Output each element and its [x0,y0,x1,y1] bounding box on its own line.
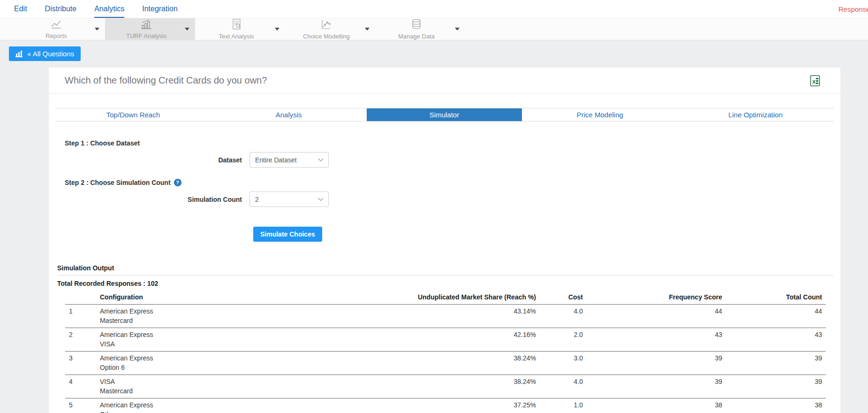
step2-text: Step 2 : Choose Simulation Count [65,179,171,186]
row-configuration: American Express Mastercard [100,307,325,325]
chevron-down-icon [318,158,324,162]
simulation-count-value: 2 [255,196,259,203]
simulator-content: Step 1 : Choose Dataset Dataset Entire D… [49,139,840,242]
all-questions-label: « All Questions [27,50,74,58]
row-index: 5 [65,401,100,410]
dataset-select-value: Entire Dataset [255,156,297,164]
header-cost: Cost [536,293,583,301]
analysis-tabs: Top/Down Reach Analysis Simulator Price … [55,108,833,122]
chevron-down-icon[interactable] [455,28,460,31]
toolbar-item-manage-data[interactable]: Manage Data [375,18,465,40]
row-frequency: 39 [583,354,722,363]
tab-top-down-reach[interactable]: Top/Down Reach [55,108,211,121]
chevron-down-icon[interactable] [95,28,99,31]
table-row: 3 American Express Option 6 38.24% 3.0 3… [65,352,826,375]
chevron-down-icon[interactable] [275,28,279,31]
config-line: Mastercard [100,387,325,396]
toolbar-label: Choice Modelling [303,33,350,40]
config-line: American Express [100,307,325,316]
simulation-count-row: Simulation Count 2 [65,191,840,207]
nav-item-analytics[interactable]: Analytics [94,0,124,18]
row-frequency: 44 [583,307,722,316]
row-index: 2 [65,330,100,340]
row-total: 44 [722,307,822,316]
toolbar-item-text-analysis[interactable]: Text Analysis [195,18,285,40]
simulation-output-section: Simulation Output Total Recorded Respons… [49,264,840,413]
step2-label: Step 2 : Choose Simulation Count ? [65,179,840,186]
analytics-toolbar: Reports TURF Analysis [0,18,868,40]
tab-analysis[interactable]: Analysis [211,108,367,121]
header-total-count: Total Count [722,293,822,301]
total-responses-label: Total Recorded Responses : 102 [57,280,833,287]
dataset-select[interactable]: Entire Dataset [249,152,329,168]
toolbar-item-turf-analysis[interactable]: TURF Analysis [105,18,195,40]
tab-simulator[interactable]: Simulator [367,108,522,121]
row-total: 43 [722,330,822,340]
tab-line-optimization[interactable]: Line Optimization [678,108,833,121]
manage-data-button: Manage Data [381,18,452,40]
top-navigation: Edit Distribute Analytics Integration Re… [0,0,868,18]
excel-export-icon[interactable]: x [809,75,821,87]
config-line: American Express [100,354,325,363]
choice-modelling-button: Choice Modelling [291,18,362,40]
row-configuration: American Express Option 6 [100,354,325,372]
step1-text: Step 1 : Choose Dataset [65,139,140,147]
row-configuration: VISA Mastercard [100,377,325,396]
step1-label: Step 1 : Choose Dataset [65,139,840,147]
question-header: Which of the following Credit Cards do y… [49,68,840,94]
toolbar-item-choice-modelling[interactable]: Choice Modelling [285,18,375,40]
toolbar-label: Text Analysis [219,33,254,40]
row-frequency: 38 [583,401,722,410]
nav-item-edit[interactable]: Edit [14,0,27,18]
all-questions-button[interactable]: « All Questions [9,46,81,61]
row-cost: 1.0 [536,401,583,410]
row-cost: 2.0 [536,330,583,340]
top-nav-links: Edit Distribute Analytics Integration [14,0,178,18]
row-total: 39 [722,354,822,363]
row-index: 3 [65,354,100,363]
text-analysis-button: Text Analysis [201,18,272,40]
reports-button: Reports [21,19,92,39]
row-frequency: 39 [583,377,722,387]
bar-chart-icon [15,51,23,57]
row-configuration: American Express VISA [100,330,325,349]
dataset-label: Dataset [65,156,242,164]
nav-item-distribute[interactable]: Distribute [45,0,77,18]
tab-price-modeling[interactable]: Price Modeling [522,108,678,121]
simulation-output-table: Configuration Unduplicated Market Share … [65,289,826,413]
row-total: 39 [722,377,822,387]
question-panel: Which of the following Credit Cards do y… [49,68,840,413]
table-header-row: Configuration Unduplicated Market Share … [65,289,826,305]
table-row: 1 American Express Mastercard 43.14% 4.0… [65,305,826,328]
chevron-down-icon[interactable] [365,28,370,31]
nav-item-responses[interactable]: Responses [838,5,868,13]
scatter-chart-icon [320,18,332,32]
row-reach: 43.14% [325,307,536,316]
simulate-choices-button[interactable]: Simulate Choices [253,227,322,242]
table-row: 2 American Express VISA 42.16% 2.0 43 43 [65,328,826,352]
header-frequency-score: Frequency Score [583,293,722,301]
dataset-row: Dataset Entire Dataset [65,152,840,168]
simulation-count-select[interactable]: 2 [249,191,329,207]
toolbar-label: Reports [45,32,67,39]
row-reach: 38.24% [325,354,536,363]
chevron-down-icon[interactable] [185,28,189,31]
bar-chart-icon [140,19,152,32]
row-reach: 42.16% [325,330,536,340]
row-cost: 3.0 [536,354,583,363]
row-reach: 37.25% [325,401,536,410]
simulation-count-label: Simulation Count [65,196,242,203]
table-row: 4 VISA Mastercard 38.24% 4.0 39 39 [65,375,826,398]
toolbar-item-reports[interactable]: Reports [15,18,105,40]
row-configuration: American Express Other [100,401,325,413]
header-reach: Unduplicated Market Share (Reach %) [325,293,536,301]
help-icon[interactable]: ? [174,179,181,186]
config-line: VISA [100,340,325,349]
row-total: 38 [722,401,822,410]
divider [57,275,833,275]
table-row: 5 American Express Other 37.25% 1.0 38 3… [65,398,826,413]
turf-analysis-button: TURF Analysis [111,19,182,39]
config-line: American Express [100,401,325,410]
config-line: Option 6 [100,363,325,373]
nav-item-integration[interactable]: Integration [142,0,178,18]
